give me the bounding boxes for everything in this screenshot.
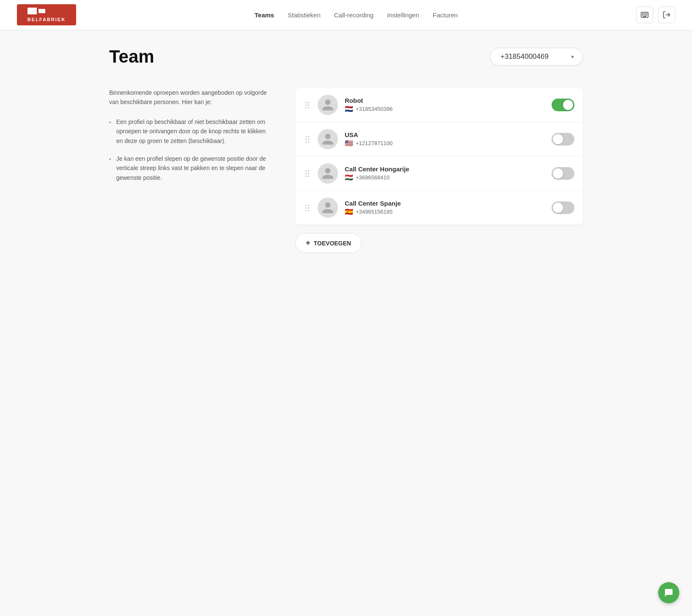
nav-facturen[interactable]: Facturen <box>433 11 458 19</box>
drag-handle-usa[interactable] <box>304 135 311 143</box>
team-name-robot: Robot <box>345 97 545 104</box>
team-info-robot: Robot 🇳🇱 +31853450396 <box>345 97 545 113</box>
nav-call-recording[interactable]: Call-recording <box>334 11 373 19</box>
keyboard-icon-button[interactable] <box>636 6 653 23</box>
exit-icon-button[interactable] <box>658 6 675 23</box>
description-intro: Binnenkomende oproepen worden aangeboden… <box>109 88 270 107</box>
toggle-slider-spanje <box>552 201 574 214</box>
content-area: Binnenkomende oproepen worden aangeboden… <box>109 88 583 253</box>
exit-icon <box>662 11 671 19</box>
drag-handle-robot[interactable] <box>304 101 311 109</box>
app-header: BELFABRIEK Teams Statistieken Call-recor… <box>0 0 692 30</box>
add-button-label: TOEVOEGEN <box>314 240 351 247</box>
phone-usa: +12127871100 <box>356 140 393 146</box>
toggle-hongarije[interactable] <box>552 167 574 180</box>
bullet-text-2: Je kan een profiel slepen op de gewenste… <box>116 154 270 182</box>
keyboard-icon <box>640 11 649 19</box>
team-phone-usa: 🇺🇸 +12127871100 <box>345 139 545 147</box>
flag-hongarije: 🇭🇺 <box>345 173 353 182</box>
bullet-list: - Een profiel op beschikbaar of niet bes… <box>109 117 270 182</box>
left-panel: Binnenkomende oproepen worden aangeboden… <box>109 88 270 253</box>
bullet-item-1: - Een profiel op beschikbaar of niet bes… <box>109 117 270 146</box>
team-info-hongarije: Call Center Hongarije 🇭🇺 +3696568410 <box>345 165 545 182</box>
toggle-slider-usa <box>552 133 574 146</box>
page-title: Team <box>109 47 154 67</box>
flag-robot: 🇳🇱 <box>345 105 353 113</box>
right-panel: Robot 🇳🇱 +31853450396 <box>295 88 583 253</box>
nav-teams[interactable]: Teams <box>255 11 274 19</box>
toggle-slider-robot <box>552 99 574 111</box>
nav-instellingen[interactable]: Instellingen <box>387 11 419 19</box>
team-name-spanje: Call Center Spanje <box>345 200 545 207</box>
team-item-robot: Robot 🇳🇱 +31853450396 <box>295 88 583 122</box>
flag-spanje: 🇪🇸 <box>345 208 353 216</box>
phone-dropdown[interactable]: +31854000469 ▾ <box>490 48 583 66</box>
flag-usa: 🇺🇸 <box>345 139 353 147</box>
team-phone-robot: 🇳🇱 +31853450396 <box>345 105 545 113</box>
toggle-usa[interactable] <box>552 133 574 146</box>
toggle-spanje[interactable] <box>552 201 574 214</box>
add-button[interactable]: + TOEVOEGEN <box>295 233 362 253</box>
team-info-usa: USA 🇺🇸 +12127871100 <box>345 131 545 147</box>
logo-box: BELFABRIEK <box>17 4 76 25</box>
phone-spanje: +34965156185 <box>356 209 393 215</box>
avatar-robot <box>318 95 338 115</box>
page-header: Team +31854000469 ▾ <box>109 47 583 67</box>
toggle-slider-hongarije <box>552 167 574 180</box>
team-item-usa: USA 🇺🇸 +12127871100 <box>295 122 583 157</box>
logo: BELFABRIEK <box>17 4 76 25</box>
phone-number: +31854000469 <box>500 52 549 61</box>
drag-handle-spanje[interactable] <box>304 204 311 212</box>
avatar-usa <box>318 129 338 149</box>
team-info-spanje: Call Center Spanje 🇪🇸 +34965156185 <box>345 200 545 216</box>
avatar-hongarije <box>318 163 338 184</box>
chat-icon <box>664 588 674 598</box>
avatar-spanje <box>318 198 338 218</box>
nav-statistieken[interactable]: Statistieken <box>288 11 321 19</box>
toggle-robot[interactable] <box>552 99 574 111</box>
main-content: Team +31854000469 ▾ Binnenkomende oproep… <box>92 30 600 270</box>
team-item-hongarije: Call Center Hongarije 🇭🇺 +3696568410 <box>295 157 583 191</box>
header-icons <box>636 6 675 23</box>
bullet-text-1: Een profiel op beschikbaar of niet besch… <box>116 117 270 146</box>
team-phone-spanje: 🇪🇸 +34965156185 <box>345 208 545 216</box>
phone-hongarije: +3696568410 <box>356 174 390 181</box>
plus-icon: + <box>306 239 310 248</box>
drag-handle-hongarije[interactable] <box>304 170 311 178</box>
bullet-dash-2: - <box>109 154 111 182</box>
team-name-hongarije: Call Center Hongarije <box>345 165 545 173</box>
bullet-dash-1: - <box>109 117 111 146</box>
chat-bubble-button[interactable] <box>658 582 679 603</box>
chevron-down-icon: ▾ <box>571 53 574 60</box>
team-name-usa: USA <box>345 131 545 138</box>
team-phone-hongarije: 🇭🇺 +3696568410 <box>345 173 545 182</box>
bullet-item-2: - Je kan een profiel slepen op de gewens… <box>109 154 270 182</box>
main-nav: Teams Statistieken Call-recording Instel… <box>255 11 458 19</box>
team-list: Robot 🇳🇱 +31853450396 <box>295 88 583 225</box>
team-item-spanje: Call Center Spanje 🇪🇸 +34965156185 <box>295 191 583 225</box>
phone-robot: +31853450396 <box>356 106 393 112</box>
